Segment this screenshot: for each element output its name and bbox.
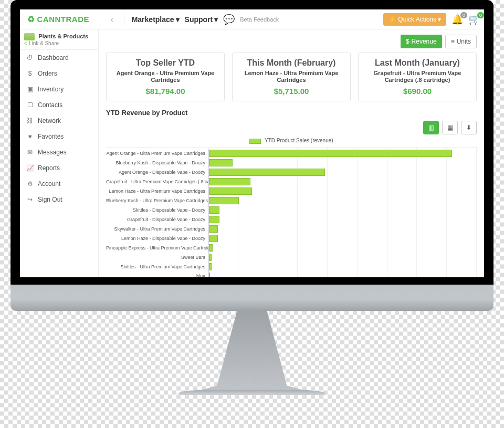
bar-chart-icon: ▥ [428,124,434,131]
sidebar-item-messages[interactable]: ✉Messages [20,144,98,160]
card-last-month: Last Month (January) Grapefruit - Ultra … [358,53,477,101]
sidebar-item-label: Orders [38,70,57,77]
chart-view-button[interactable]: ▥ [423,121,439,134]
chart-row: Lemon Haze - Disposable Vape - Doozy [106,234,477,243]
sidebar-item-label: Dashboard [38,54,69,61]
sidebar-item-orders[interactable]: $Orders [20,66,98,81]
chart-bar-track [208,262,477,272]
chart-bar [209,273,210,277]
chart-row: Agent Orange - Ultra Premium Vape Cartri… [106,149,477,158]
sidebar-title: Plants & Products [38,33,88,39]
chart-bar-label: Grapefruit - Disposable Vape - Doozy [106,217,208,222]
nav-marketplace-label: Marketplace [132,15,174,24]
nav-support-label: Support [185,15,213,24]
chart-legend: YTD Product Sales (revenue) [106,138,477,143]
chart-bar [209,216,219,223]
card-title: Top Seller YTD [111,58,220,68]
nav-marketplace[interactable]: Marketplace ▾ [132,15,180,24]
lightning-icon: ⚡ [388,16,396,23]
summary-cards: Top Seller YTD Agent Orange - Ultra Prem… [106,53,477,101]
notifications-button[interactable]: 🔔 0 [452,14,463,25]
brand-icon: ♻ [27,14,35,24]
revenue-toggle-button[interactable]: $ Revenue [401,35,442,48]
units-toggle-button[interactable]: ≡ Units [445,35,477,48]
link-share-button[interactable]: < Link & Share [24,40,94,46]
dashboard-icon: ⏱ [26,54,34,61]
gear-icon: ⚙ [26,180,34,187]
chart-bar [209,254,212,261]
chart-bar-track [208,215,477,224]
chart-bar [209,169,325,176]
chart-row: Grapefruit - Disposable Vape - Doozy [106,215,477,224]
sidebar: Plants & Products < Link & Share ⏱Dashbo… [20,29,99,277]
sidebar-item-account[interactable]: ⚙Account [20,176,98,192]
dollar-icon: $ [406,38,410,45]
legend-label: YTD Product Sales (revenue) [265,138,333,143]
monitor-bezel: ♻ CANNTRADE ‹ Marketplace ▾ Support ▾ 💬 … [10,0,494,285]
card-value: $690.00 [363,87,472,96]
chart-row: Agent Orange - Disposable Vape - Doozy [106,168,477,177]
cart-button[interactable]: 🛒 0 [468,14,480,25]
top-navbar: ♻ CANNTRADE ‹ Marketplace ▾ Support ▾ 💬 … [20,9,484,29]
nav-back-button[interactable]: ‹ [108,15,117,24]
chart-bar-label: Pineapple Express - Ultra Premium Vape C… [106,245,208,250]
sidebar-item-dashboard[interactable]: ⏱Dashboard [20,50,98,66]
chart-row: blue [106,272,477,277]
app-body: Plants & Products < Link & Share ⏱Dashbo… [20,29,484,277]
download-button[interactable]: ⬇ [461,121,477,134]
chart-row: Pineapple Express - Ultra Premium Vape C… [106,243,477,253]
quick-actions-button[interactable]: ⚡ Quick Actions ▾ [383,13,446,26]
nav-support[interactable]: Support ▾ [185,15,218,24]
chart-bar-track [208,243,477,253]
sidebar-item-inventory[interactable]: ▣Inventory [20,81,98,97]
legend-swatch [249,139,261,144]
sidebar-item-label: Messages [38,149,67,156]
link-share-label: Link & Share [29,40,59,46]
chart-bar-label: Lemon Haze - Disposable Vape - Doozy [106,236,208,241]
chart-bar-label: blue [106,274,208,277]
brand-logo[interactable]: ♻ CANNTRADE [24,14,92,24]
heart-icon: ♥ [26,133,34,140]
company-logo-thumb [24,33,35,40]
chart-bar-label: Lemon Haze - Ultra Premium Vape Cartridg… [106,189,208,194]
card-icon: ☐ [26,101,34,109]
chart-row: Skittles - Ultra Premium Vape Cartridges [106,262,477,272]
signout-icon: ↪ [26,196,34,203]
view-toggle-row: $ Revenue ≡ Units [106,35,477,48]
network-icon: ⛓ [26,117,34,124]
divider [100,13,100,26]
chart-bar-track [208,205,477,215]
section-title: YTD Revenue by Product [106,109,477,117]
caret-down-icon: ▾ [438,16,441,23]
chart-bar [209,225,218,233]
main-content: $ Revenue ≡ Units Top Seller YTD Agent O… [99,29,484,277]
chat-icon[interactable]: 💬 [223,14,235,25]
sidebar-nav: ⏱Dashboard $Orders ▣Inventory ☐Contacts … [20,50,98,207]
notification-count: 0 [460,12,467,18]
chart-bar [209,244,213,252]
revenue-toggle-label: Revenue [412,38,437,45]
chart-row: Lemon Haze - Ultra Premium Vape Cartridg… [106,186,477,196]
sidebar-header: Plants & Products < Link & Share [20,29,98,50]
sidebar-item-label: Contacts [38,101,62,109]
sidebar-item-label: Favorites [38,133,64,140]
beta-feedback-link[interactable]: Beta Feedback [240,16,279,23]
card-value: $5,715.00 [237,87,346,96]
sidebar-item-network[interactable]: ⛓Network [20,113,98,129]
card-product: Agent Orange - Ultra Premium Vape Cartri… [111,70,220,83]
share-icon: < [24,40,27,46]
sidebar-item-label: Account [38,180,60,187]
chart-row: Grapefruit - Ultra Premium Vape Cartridg… [106,177,477,186]
sidebar-item-label: Reports [38,164,60,172]
sidebar-item-contacts[interactable]: ☐Contacts [20,97,98,113]
sidebar-item-favorites[interactable]: ♥Favorites [20,129,98,144]
units-toggle-label: Units [457,38,471,45]
monitor-frame: ♻ CANNTRADE ‹ Marketplace ▾ Support ▾ 💬 … [10,0,494,395]
sidebar-item-reports[interactable]: 📈Reports [20,160,98,176]
card-top-seller-ytd: Top Seller YTD Agent Orange - Ultra Prem… [106,53,225,101]
table-view-button[interactable]: ▦ [442,121,458,134]
chart-row: Sweet Bars [106,253,477,262]
sidebar-item-signout[interactable]: ↪Sign Out [20,192,98,207]
chart-bar [209,235,218,242]
card-title: Last Month (January) [363,58,472,68]
